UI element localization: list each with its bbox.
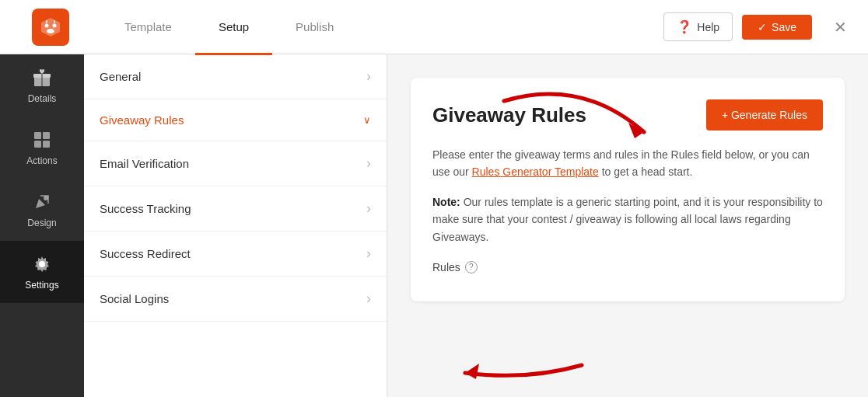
svg-marker-15	[465, 364, 479, 379]
menu-email-verification-label: Email Verification	[100, 157, 189, 170]
svg-point-0	[45, 23, 49, 27]
svg-rect-11	[43, 141, 50, 148]
save-button[interactable]: ✓ Save	[742, 15, 812, 40]
middle-panel: General Giveaway Rules Email Verificatio…	[84, 54, 387, 397]
main-layout: Details Actions Design Set	[0, 54, 868, 397]
sidebar-item-settings[interactable]: Settings	[0, 241, 84, 303]
topbar: Template Setup Publish ❓ Help ✓ Save ✕	[0, 0, 868, 54]
chevron-right-icon	[366, 68, 371, 85]
card-header: Giveaway Rules + Generate Rules	[432, 99, 823, 131]
description-suffix: to get a head start.	[602, 165, 693, 178]
sidebar: Details Actions Design Set	[0, 54, 84, 397]
chevron-right-icon	[366, 155, 371, 172]
rules-help-icon[interactable]: ?	[465, 261, 478, 273]
rules-generator-link[interactable]: Rules Generator Template	[472, 165, 599, 178]
logo	[32, 9, 69, 46]
sidebar-design-label: Design	[27, 218, 56, 228]
gift-icon	[31, 67, 53, 89]
help-icon: ❓	[677, 19, 692, 34]
logo-icon	[39, 16, 62, 39]
arrow-to-settings	[465, 364, 582, 379]
design-icon	[31, 191, 53, 213]
note-bold: Note:	[432, 196, 460, 208]
content-panel: Giveaway Rules + Generate Rules Please e…	[387, 54, 868, 397]
sidebar-settings-label: Settings	[25, 280, 58, 291]
menu-item-success-tracking[interactable]: Success Tracking	[84, 186, 387, 232]
menu-social-logins-label: Social Logins	[100, 292, 169, 305]
tab-setup[interactable]: Setup	[195, 1, 272, 55]
actions-icon	[31, 129, 53, 151]
svg-point-2	[47, 29, 54, 33]
menu-item-email-verification[interactable]: Email Verification	[84, 141, 387, 186]
sidebar-item-details[interactable]: Details	[0, 54, 84, 117]
help-question-mark: ?	[469, 263, 474, 271]
checkmark-icon: ✓	[758, 21, 767, 33]
menu-success-tracking-label: Success Tracking	[100, 202, 191, 215]
card-description: Please enter the giveaway terms and rule…	[432, 146, 823, 181]
settings-icon	[31, 253, 53, 275]
chevron-right-icon	[366, 291, 371, 307]
menu-item-success-redirect[interactable]: Success Redirect	[84, 232, 387, 277]
menu-success-redirect-label: Success Redirect	[100, 247, 191, 260]
svg-rect-9	[43, 132, 50, 139]
menu-giveaway-rules-label: Giveaway Rules	[100, 113, 184, 127]
tab-bar: Template Setup Publish	[101, 0, 357, 54]
card-title: Giveaway Rules	[432, 103, 586, 127]
sidebar-details-label: Details	[28, 93, 57, 104]
sidebar-actions-label: Actions	[26, 155, 57, 166]
help-label: Help	[697, 21, 719, 33]
content-card: Giveaway Rules + Generate Rules Please e…	[411, 78, 845, 301]
svg-point-1	[53, 23, 57, 27]
logo-area	[16, 9, 86, 46]
sidebar-item-actions[interactable]: Actions	[0, 117, 84, 179]
tab-template[interactable]: Template	[101, 1, 195, 55]
note-text: Our rules template is a generic starting…	[432, 196, 823, 243]
menu-item-giveaway-rules[interactable]: Giveaway Rules	[84, 99, 387, 141]
close-button[interactable]: ✕	[828, 15, 852, 40]
rules-label-row: Rules ?	[432, 261, 823, 273]
chevron-right-icon	[366, 200, 371, 217]
svg-rect-10	[34, 141, 41, 148]
generate-rules-button[interactable]: + Generate Rules	[706, 99, 823, 131]
card-note: Note: Our rules template is a generic st…	[432, 193, 823, 246]
save-label: Save	[772, 21, 796, 33]
chevron-down-icon	[363, 114, 371, 126]
svg-rect-8	[34, 132, 41, 139]
rules-label-text: Rules	[432, 261, 460, 273]
menu-item-social-logins[interactable]: Social Logins	[84, 277, 387, 322]
menu-item-general[interactable]: General	[84, 54, 387, 99]
tab-publish[interactable]: Publish	[272, 1, 357, 55]
menu-general-label: General	[100, 70, 141, 83]
sidebar-item-design[interactable]: Design	[0, 179, 84, 241]
topbar-actions: ❓ Help ✓ Save ✕	[663, 12, 852, 41]
svg-point-12	[44, 196, 48, 200]
help-button[interactable]: ❓ Help	[663, 12, 733, 41]
chevron-right-icon	[366, 246, 371, 262]
